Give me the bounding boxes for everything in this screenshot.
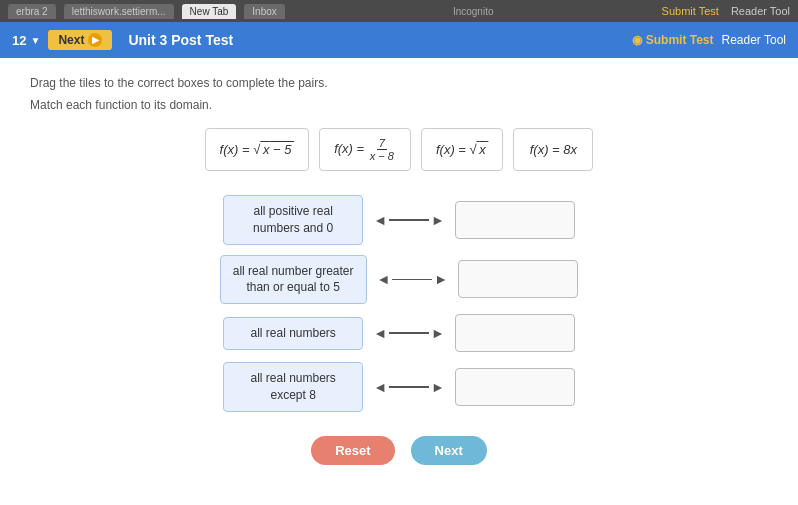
arrow-line-4	[389, 386, 429, 388]
arrow-left-1: ◄	[373, 212, 387, 228]
arrow-line-1	[389, 219, 429, 221]
arrow-3: ◄ ►	[373, 325, 445, 341]
function-tile-4[interactable]: f(x) = 8x	[513, 128, 593, 171]
next-button-nav[interactable]: Next ▶	[48, 30, 112, 50]
submit-test-link[interactable]: Submit Test	[662, 5, 719, 17]
arrow-1: ◄ ►	[373, 212, 445, 228]
drop-box-1[interactable]	[455, 201, 575, 239]
drop-box-2[interactable]	[458, 260, 578, 298]
page-title: Unit 3 Post Test	[128, 32, 233, 48]
drop-box-3[interactable]	[455, 314, 575, 352]
submit-test-label: Submit Test	[646, 33, 714, 47]
reader-label: Reader Tool	[722, 33, 787, 47]
arrow-right-3: ►	[431, 325, 445, 341]
next-nav-label: Next	[58, 33, 84, 47]
top-navigation: 12 ▼ Next ▶ Unit 3 Post Test ◉ Submit Te…	[0, 22, 798, 58]
arrow-left-2: ◄	[377, 271, 391, 287]
incognito-label: Incognito	[453, 6, 494, 17]
match-row-2: all real number greaterthan or equal to …	[220, 255, 578, 305]
browser-actions: Submit Test Reader Tool	[662, 5, 790, 17]
bottom-buttons: Reset Next	[30, 436, 768, 465]
reset-button[interactable]: Reset	[311, 436, 394, 465]
tab-algebra[interactable]: erbra 2	[8, 4, 56, 19]
arrow-left-3: ◄	[373, 325, 387, 341]
tab-newtab[interactable]: New Tab	[182, 4, 237, 19]
arrow-line-2	[392, 279, 432, 281]
function-tiles-area: f(x) = √ x − 5 f(x) = 7x − 8 f(x) = √ x …	[30, 128, 768, 171]
drag-instructions: Drag the tiles to the correct boxes to c…	[30, 76, 768, 90]
match-row-3: all real numbers ◄ ►	[223, 314, 575, 352]
matching-area: all positive realnumbers and 0 ◄ ► all r…	[30, 195, 768, 412]
function-tile-1[interactable]: f(x) = √ x − 5	[205, 128, 310, 171]
submit-test-button[interactable]: ◉ Submit Test	[632, 33, 714, 47]
tab-letthis[interactable]: letthiswork.settierm...	[64, 4, 174, 19]
domain-label-3: all real numbers	[223, 317, 363, 350]
question-num-value: 12	[12, 33, 26, 48]
submit-icon: ◉	[632, 33, 642, 47]
next-button-main[interactable]: Next	[411, 436, 487, 465]
arrow-left-4: ◄	[373, 379, 387, 395]
domain-label-1: all positive realnumbers and 0	[223, 195, 363, 245]
match-row-1: all positive realnumbers and 0 ◄ ►	[223, 195, 575, 245]
function-tile-1-label: f(x) = √ x − 5	[220, 142, 295, 157]
reader-tool-link[interactable]: Reader Tool	[731, 5, 790, 17]
arrow-right-4: ►	[431, 379, 445, 395]
tab-inbox[interactable]: Inbox	[244, 4, 284, 19]
function-tile-3[interactable]: f(x) = √ x	[421, 128, 503, 171]
chevron-down-icon[interactable]: ▼	[30, 35, 40, 46]
browser-chrome: erbra 2 letthiswork.settierm... New Tab …	[0, 0, 798, 22]
domain-label-4: all real numbersexcept 8	[223, 362, 363, 412]
function-tile-2-label: f(x) = 7x − 8	[334, 137, 396, 162]
arrow-4: ◄ ►	[373, 379, 445, 395]
match-instructions: Match each function to its domain.	[30, 98, 768, 112]
function-tile-3-label: f(x) = √ x	[436, 142, 488, 157]
drop-box-4[interactable]	[455, 368, 575, 406]
arrow-2: ◄ ►	[377, 271, 449, 287]
domain-label-2: all real number greaterthan or equal to …	[220, 255, 367, 305]
match-row-4: all real numbersexcept 8 ◄ ►	[223, 362, 575, 412]
question-number: 12 ▼	[12, 33, 40, 48]
arrow-line-3	[389, 332, 429, 334]
function-tile-4-label: f(x) = 8x	[530, 142, 577, 157]
arrow-right-2: ►	[434, 271, 448, 287]
function-tile-2[interactable]: f(x) = 7x − 8	[319, 128, 411, 171]
main-content: Drag the tiles to the correct boxes to c…	[0, 58, 798, 505]
next-circle-icon: ▶	[88, 33, 102, 47]
reader-tool-button[interactable]: Reader Tool	[722, 33, 787, 47]
arrow-right-1: ►	[431, 212, 445, 228]
